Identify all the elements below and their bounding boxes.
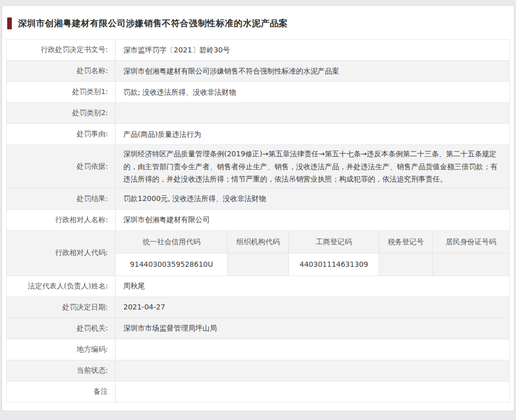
field-label: 行政处罚决定书文号: — [7, 40, 116, 60]
field-label: 处罚依据: — [7, 145, 116, 188]
field-value: 深市监坪罚字〔2021〕碧岭30号 — [116, 40, 509, 60]
field-value — [116, 103, 509, 123]
party-codes-grid: 统一社会信用代码 组织机构代码 工商登记码 税务登记号 居民身份证号码 9144… — [116, 231, 509, 276]
field-value — [116, 360, 509, 381]
row-penalty-category-1: 处罚类别1: 罚款; 没收违法所得、没收非法财物 — [7, 82, 509, 103]
field-label: 备注 — [7, 381, 116, 402]
penalty-record-table: 行政处罚决定书文号: 深市监坪罚字〔2021〕碧岭30号 处罚名称: 深圳市创湘… — [6, 39, 510, 403]
party-codes-value-business-reg: 440301114631309 — [289, 253, 379, 276]
field-value: 深圳经济特区产品质量管理条例(2019修正)→第五章法律责任→第五十七条→违反本… — [116, 145, 509, 188]
field-value: 罚款; 没收违法所得、没收非法财物 — [116, 82, 509, 102]
field-label: 处罚类别2: — [7, 103, 116, 123]
row-local-code: 地方编码: — [7, 339, 509, 360]
party-codes-header-row: 统一社会信用代码 组织机构代码 工商登记码 税务登记号 居民身份证号码 — [116, 231, 509, 253]
page: 深圳市创湘粤建材有限公司涉嫌销售不符合强制性标准的水泥产品案 行政处罚决定书文号… — [0, 5, 516, 420]
row-penalty-reason: 处罚事由: 产品(商品)质量违法行为 — [7, 124, 509, 145]
row-penalty-decision-date: 处罚决定日期: 2021-04-27 — [7, 297, 509, 318]
row-party-codes: 行政相对人代码: 统一社会信用代码 组织机构代码 工商登记码 税务登记号 居民身… — [7, 231, 509, 276]
party-codes-header-org-code: 组织机构代码 — [228, 231, 289, 253]
field-value — [116, 339, 509, 360]
row-penalty-doc-number: 行政处罚决定书文号: 深市监坪罚字〔2021〕碧岭30号 — [7, 40, 509, 61]
party-codes-value-tax-reg — [379, 253, 432, 276]
party-codes-header-tax-reg: 税务登记号 — [379, 231, 432, 253]
field-label: 当前状态: — [7, 360, 116, 381]
page-title: 深圳市创湘粤建材有限公司涉嫌销售不符合强制性标准的水泥产品案 — [18, 17, 288, 29]
field-value: 2021-04-27 — [116, 297, 509, 318]
party-codes-value-org-code — [228, 253, 289, 276]
row-penalty-basis: 处罚依据: 深圳经济特区产品质量管理条例(2019修正)→第五章法律责任→第五十… — [7, 145, 509, 189]
field-value: 深圳市创湘粤建材有限公司涉嫌销售不符合强制性标准的水泥产品案 — [116, 61, 509, 81]
party-codes-value-row: 91440300359528610U 440301114631309 — [116, 253, 509, 276]
field-value: 周秋尾 — [116, 276, 509, 297]
field-value: 深圳市市场监督管理局坪山局 — [116, 318, 509, 339]
field-value — [116, 381, 509, 402]
field-label: 处罚机关: — [7, 318, 116, 339]
row-penalty-result: 处罚结果: 罚款12000元, 没收违法所得、没收非法财物 — [7, 189, 509, 210]
row-remarks: 备注 — [7, 381, 509, 403]
row-penalty-category-2: 处罚类别2: — [7, 103, 509, 124]
field-label: 行政相对人代码: — [7, 231, 116, 276]
field-value: 罚款12000元, 没收违法所得、没收非法财物 — [116, 189, 509, 209]
field-label: 地方编码: — [7, 339, 116, 360]
party-codes-header-credit-code: 统一社会信用代码 — [116, 231, 228, 253]
party-codes-table: 统一社会信用代码 组织机构代码 工商登记码 税务登记号 居民身份证号码 9144… — [116, 231, 509, 276]
title-accent-marker-icon — [7, 17, 12, 29]
field-label: 行政相对人名称: — [7, 210, 116, 230]
field-label: 处罚事由: — [7, 124, 116, 144]
field-value: 深圳市创湘粤建材有限公司 — [116, 210, 509, 230]
row-party-name: 行政相对人名称: 深圳市创湘粤建材有限公司 — [7, 210, 509, 231]
field-label: 处罚名称: — [7, 61, 116, 81]
party-codes-header-id-number: 居民身份证号码 — [433, 231, 509, 253]
row-penalty-name: 处罚名称: 深圳市创湘粤建材有限公司涉嫌销售不符合强制性标准的水泥产品案 — [7, 61, 509, 82]
party-codes-header-business-reg: 工商登记码 — [289, 231, 379, 253]
field-label: 处罚决定日期: — [7, 297, 116, 318]
row-penalty-authority: 处罚机关: 深圳市市场监督管理局坪山局 — [7, 318, 509, 339]
row-current-status: 当前状态: — [7, 360, 509, 381]
record-card: 深圳市创湘粤建材有限公司涉嫌销售不符合强制性标准的水泥产品案 行政处罚决定书文号… — [2, 5, 514, 411]
field-label: 法定代表人(负责人)姓名: — [7, 276, 116, 297]
field-value: 产品(商品)质量违法行为 — [116, 124, 509, 144]
row-legal-representative: 法定代表人(负责人)姓名: 周秋尾 — [7, 276, 509, 297]
field-label: 处罚结果: — [7, 189, 116, 209]
title-bar: 深圳市创湘粤建材有限公司涉嫌销售不符合强制性标准的水泥产品案 — [6, 6, 510, 39]
field-label: 处罚类别1: — [7, 82, 116, 102]
party-codes-value-id-number — [433, 253, 509, 276]
party-codes-value-credit-code: 91440300359528610U — [116, 253, 228, 276]
